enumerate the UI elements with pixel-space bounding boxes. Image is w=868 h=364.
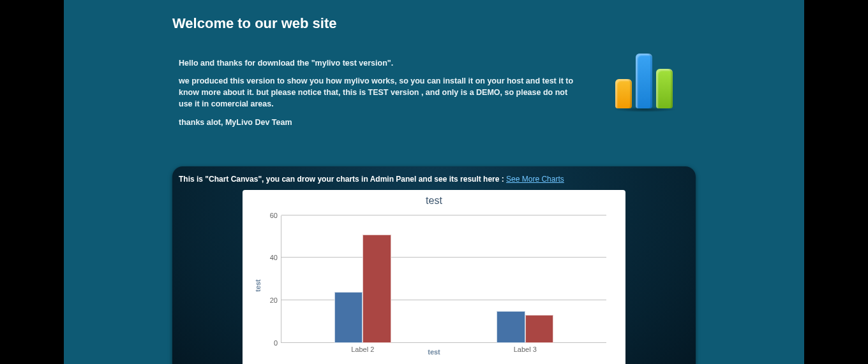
page-title: Welcome to our web site xyxy=(172,0,696,38)
grid-line xyxy=(281,300,606,300)
see-more-charts-link[interactable]: See More Charts xyxy=(506,175,564,184)
grid-line xyxy=(281,215,606,215)
chart-bar[interactable] xyxy=(525,315,554,342)
intro-paragraph-1: Hello and thanks for download the "myliv… xyxy=(179,57,581,69)
intro-paragraph-2: we produced this version to show you how… xyxy=(179,75,581,110)
y-axis-label: test xyxy=(254,279,262,292)
chart-bar[interactable] xyxy=(497,311,525,343)
y-tick-label: 60 xyxy=(270,212,281,219)
chart-canvas: test test 0204060Label 2Label 3 test dat… xyxy=(243,190,625,364)
plot-area: 0204060Label 2Label 3 xyxy=(281,215,606,343)
x-axis-label: test xyxy=(243,348,625,356)
grid-line xyxy=(281,257,606,258)
grid-line xyxy=(281,342,606,343)
chart-title: test xyxy=(243,195,625,207)
y-tick-label: 0 xyxy=(274,339,281,347)
content-wrapper: Welcome to our web site Hello and thanks… xyxy=(172,0,696,364)
chart-bar[interactable] xyxy=(334,292,363,343)
intro-block: Hello and thanks for download the "myliv… xyxy=(172,38,696,147)
y-tick-label: 40 xyxy=(270,254,281,261)
bar-chart-icon xyxy=(613,52,677,110)
intro-paragraph-3: thanks alot, MyLivo Dev Team xyxy=(179,117,581,128)
chart-bar[interactable] xyxy=(363,235,391,343)
chart-section: This is "Chart Canvas", you can drow you… xyxy=(172,166,696,364)
page-background: Welcome to our web site Hello and thanks… xyxy=(64,0,804,364)
y-tick-label: 20 xyxy=(270,296,281,304)
section-label: This is "Chart Canvas", you can drow you… xyxy=(179,175,506,184)
